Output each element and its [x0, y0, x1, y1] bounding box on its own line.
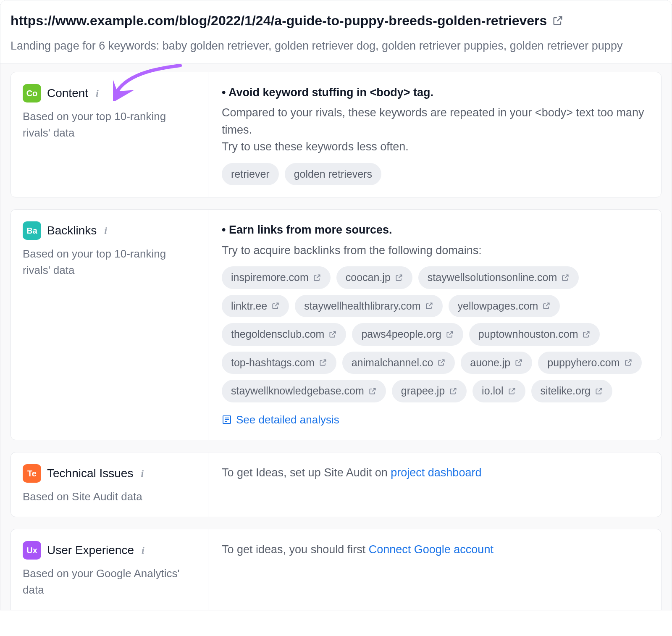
external-link-icon: [514, 358, 523, 367]
backlink-domain-chip[interactable]: top-hashtags.com: [222, 352, 336, 374]
content-subtext: Based on your top 10-ranking rivals' dat…: [23, 108, 196, 141]
content-keyword-chips: retrievergolden retrievers: [222, 163, 648, 186]
backlink-domain-chip[interactable]: linktr.ee: [222, 295, 289, 318]
backlink-domain-chip[interactable]: animalchannel.co: [342, 352, 455, 374]
backlink-domain-chip[interactable]: staywellsolutionsonline.com: [418, 266, 579, 289]
external-link-icon: [449, 387, 457, 395]
external-link-icon: [446, 330, 454, 339]
external-link-icon: [425, 302, 433, 310]
external-link-icon: [328, 330, 337, 339]
card-ux: Ux User Experience i Based on your Googl…: [10, 529, 662, 610]
page-url[interactable]: https://www.example.com/blog/2022/1/24/a…: [10, 11, 547, 31]
external-link-icon: [368, 387, 377, 395]
content-title: Content: [47, 84, 88, 102]
info-icon[interactable]: i: [102, 223, 109, 238]
backlinks-idea-title: • Earn links from more sources.: [222, 221, 648, 239]
external-link-icon[interactable]: [552, 15, 564, 26]
external-link-icon: [542, 302, 551, 310]
project-dashboard-link[interactable]: project dashboard: [391, 466, 481, 479]
connect-google-link[interactable]: Connect Google account: [369, 543, 494, 556]
technical-idea-text: To get Ideas, set up Site Audit on proje…: [222, 464, 648, 481]
info-icon[interactable]: i: [139, 466, 145, 481]
backlink-domain-chip[interactable]: inspiremore.com: [222, 266, 331, 289]
technical-title: Technical Issues: [47, 465, 133, 482]
external-link-icon: [595, 387, 603, 395]
see-detailed-analysis-link[interactable]: See detailed analysis: [222, 412, 339, 428]
backlink-domain-chip[interactable]: yellowpages.com: [449, 295, 560, 318]
backlinks-idea-desc: Try to acquire backlinks from the follow…: [222, 242, 648, 259]
page-header: https://www.example.com/blog/2022/1/24/a…: [0, 0, 672, 63]
card-backlinks: Ba Backlinks i Based on your top 10-rank…: [10, 209, 662, 440]
backlink-domain-chip[interactable]: staywellhealthlibrary.com: [295, 295, 442, 318]
keyword-chip: golden retrievers: [285, 163, 381, 186]
backlinks-domain-chips: inspiremore.comcoocan.jpstaywellsolution…: [222, 266, 648, 402]
content-badge: Co: [23, 84, 41, 102]
external-link-icon: [508, 387, 516, 395]
external-link-icon: [624, 358, 633, 367]
technical-badge: Te: [23, 464, 41, 483]
backlink-domain-chip[interactable]: io.lol: [472, 380, 525, 402]
card-content: Co Content i Based on your top 10-rankin…: [10, 72, 662, 198]
technical-subtext: Based on Site Audit data: [23, 489, 196, 505]
backlink-domain-chip[interactable]: grapee.jp: [392, 380, 467, 402]
external-link-icon: [561, 273, 570, 282]
ux-idea-text: To get ideas, you should first Connect G…: [222, 541, 648, 558]
ux-title: User Experience: [47, 541, 134, 559]
backlink-domain-chip[interactable]: auone.jp: [461, 352, 532, 374]
backlink-domain-chip[interactable]: puptownhouston.com: [469, 323, 600, 346]
page-subtitle: Landing page for 6 keywords: baby golden…: [10, 37, 662, 55]
external-link-icon: [271, 302, 280, 310]
backlinks-badge: Ba: [23, 221, 41, 240]
backlink-domain-chip[interactable]: staywellknowledgebase.com: [222, 380, 386, 402]
external-link-icon: [582, 330, 591, 339]
backlinks-subtext: Based on your top 10-ranking rivals' dat…: [23, 246, 196, 279]
backlinks-title: Backlinks: [47, 222, 97, 239]
backlink-domain-chip[interactable]: paws4people.org: [352, 323, 463, 346]
card-technical: Te Technical Issues i Based on Site Audi…: [10, 452, 662, 517]
external-link-icon: [319, 358, 327, 367]
info-icon[interactable]: i: [94, 86, 100, 101]
info-icon[interactable]: i: [140, 543, 146, 558]
backlink-domain-chip[interactable]: puppyhero.com: [538, 352, 641, 374]
external-link-icon: [437, 358, 446, 367]
external-link-icon: [395, 273, 403, 282]
external-link-icon: [313, 273, 321, 282]
backlink-domain-chip[interactable]: sitelike.org: [531, 380, 613, 402]
keyword-chip: retriever: [222, 163, 279, 186]
backlink-domain-chip[interactable]: coocan.jp: [336, 266, 412, 289]
content-idea-title: • Avoid keyword stuffing in <body> tag.: [222, 84, 648, 101]
ux-subtext: Based on your Google Analytics' data: [23, 565, 196, 598]
report-icon: [222, 415, 232, 425]
content-idea-desc: Compared to your rivals, these keywords …: [222, 104, 648, 155]
ux-badge: Ux: [23, 541, 41, 560]
backlink-domain-chip[interactable]: thegoldensclub.com: [222, 323, 346, 346]
